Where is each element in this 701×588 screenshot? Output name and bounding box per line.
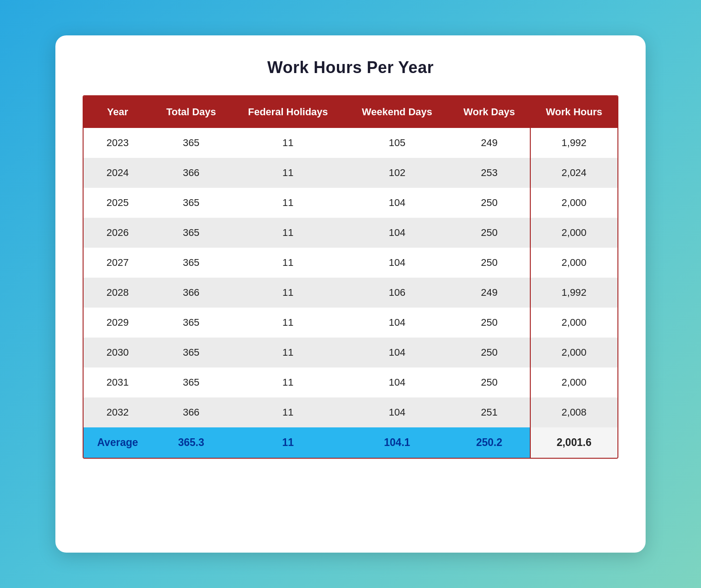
col-work-hours: Work Hours (530, 96, 617, 128)
table-cell: 250 (449, 248, 530, 278)
table-cell: 250 (449, 218, 530, 248)
table-cell: 11 (231, 368, 346, 397)
table-cell: 2,000 (530, 218, 617, 248)
table-row: 2032366111042512,008 (84, 397, 617, 427)
table-cell: 2024 (84, 158, 152, 188)
table-cell: 366 (152, 158, 231, 188)
table-cell: 11 (231, 248, 346, 278)
table-cell: 104 (346, 218, 449, 248)
average-cell: 2,001.6 (530, 427, 617, 458)
average-cell: Average (84, 427, 152, 458)
table-cell: 251 (449, 397, 530, 427)
table-cell: 366 (152, 397, 231, 427)
table-cell: 2,000 (530, 308, 617, 338)
table-cell: 11 (231, 278, 346, 308)
table-cell: 2032 (84, 397, 152, 427)
table-cell: 253 (449, 158, 530, 188)
table-cell: 2,000 (530, 188, 617, 218)
table-cell: 2026 (84, 218, 152, 248)
average-cell: 250.2 (449, 427, 530, 458)
table-cell: 2,008 (530, 397, 617, 427)
table-cell: 2027 (84, 248, 152, 278)
table-cell: 102 (346, 158, 449, 188)
table-row: 2023365111052491,992 (84, 128, 617, 158)
table-cell: 104 (346, 248, 449, 278)
table-cell: 2,024 (530, 158, 617, 188)
table-cell: 1,992 (530, 128, 617, 158)
table-row: 2030365111042502,000 (84, 338, 617, 368)
table-cell: 2023 (84, 128, 152, 158)
table-row: 2026365111042502,000 (84, 218, 617, 248)
table-cell: 250 (449, 308, 530, 338)
table-cell: 365 (152, 188, 231, 218)
table-cell: 11 (231, 128, 346, 158)
col-work-days: Work Days (449, 96, 530, 128)
table-cell: 2,000 (530, 248, 617, 278)
col-total-days: Total Days (152, 96, 231, 128)
table-row: 2031365111042502,000 (84, 368, 617, 397)
table-cell: 249 (449, 278, 530, 308)
average-cell: 365.3 (152, 427, 231, 458)
table-cell: 11 (231, 308, 346, 338)
table-cell: 2,000 (530, 368, 617, 397)
table-cell: 11 (231, 218, 346, 248)
table-cell: 366 (152, 278, 231, 308)
table-cell: 11 (231, 397, 346, 427)
table-cell: 11 (231, 188, 346, 218)
table-cell: 1,992 (530, 278, 617, 308)
table-cell: 365 (152, 308, 231, 338)
table-cell: 2028 (84, 278, 152, 308)
table-cell: 2025 (84, 188, 152, 218)
header-row: Year Total Days Federal Holidays Weekend… (84, 96, 617, 128)
table-cell: 250 (449, 368, 530, 397)
table-cell: 365 (152, 338, 231, 368)
table-cell: 106 (346, 278, 449, 308)
main-card: Work Hours Per Year Year Total Days Fede… (55, 35, 646, 553)
table-cell: 250 (449, 188, 530, 218)
table-cell: 105 (346, 128, 449, 158)
table-row: 2025365111042502,000 (84, 188, 617, 218)
table-cell: 365 (152, 218, 231, 248)
table-cell: 104 (346, 397, 449, 427)
table-cell: 249 (449, 128, 530, 158)
table-cell: 365 (152, 128, 231, 158)
data-table: Year Total Days Federal Holidays Weekend… (84, 96, 617, 458)
table-cell: 2029 (84, 308, 152, 338)
table-cell: 11 (231, 158, 346, 188)
table-cell: 365 (152, 248, 231, 278)
table-row: 2027365111042502,000 (84, 248, 617, 278)
col-federal-holidays: Federal Holidays (231, 96, 346, 128)
average-row: Average365.311104.1250.22,001.6 (84, 427, 617, 458)
table-cell: 104 (346, 188, 449, 218)
table-row: 2028366111062491,992 (84, 278, 617, 308)
page-title: Work Hours Per Year (267, 58, 434, 77)
table-cell: 104 (346, 338, 449, 368)
col-weekend-days: Weekend Days (346, 96, 449, 128)
table-cell: 11 (231, 338, 346, 368)
table-cell: 104 (346, 308, 449, 338)
table-row: 2029365111042502,000 (84, 308, 617, 338)
table-row: 2024366111022532,024 (84, 158, 617, 188)
table-cell: 250 (449, 338, 530, 368)
table-cell: 365 (152, 368, 231, 397)
table-wrapper: Year Total Days Federal Holidays Weekend… (83, 95, 618, 459)
col-year: Year (84, 96, 152, 128)
average-cell: 11 (231, 427, 346, 458)
table-cell: 2030 (84, 338, 152, 368)
average-cell: 104.1 (346, 427, 449, 458)
table-cell: 104 (346, 368, 449, 397)
table-cell: 2031 (84, 368, 152, 397)
table-cell: 2,000 (530, 338, 617, 368)
